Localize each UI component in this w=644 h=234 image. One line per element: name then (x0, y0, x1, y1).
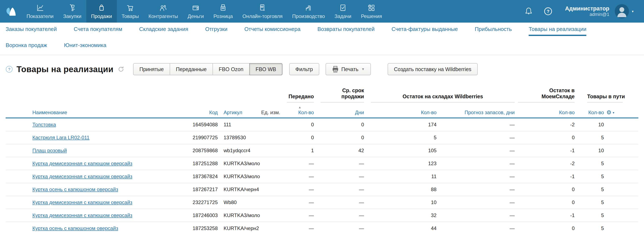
title-row: ? Товары на реализации ПринятыеПереданны… (6, 63, 638, 76)
chart-line-icon (36, 3, 44, 12)
wb-qty-cell: 105 (364, 148, 436, 153)
nav-item-tasks[interactable]: Задачи (330, 0, 356, 23)
table-row[interactable]: Куртка демисезонная с капюшом оверсайз18… (6, 170, 638, 183)
transferred-qty-cell: — (281, 161, 314, 166)
ms-qty-cell: -1 (515, 212, 575, 218)
table-row[interactable]: Куртка осень с капюшоном оверсайз1872532… (6, 222, 638, 234)
task-check-icon (339, 3, 347, 12)
tab-unit-economics[interactable]: Юнит-экономика (64, 36, 106, 55)
transit-qty-cell: 10 (575, 122, 604, 128)
column-header-transferred-qty[interactable]: ▲ Кол-во (281, 106, 314, 115)
filter-button[interactable]: Фильтр (289, 63, 319, 75)
code-cell: 187367824 (190, 174, 218, 179)
product-link[interactable]: Толстовка (32, 122, 56, 127)
code-cell: 187267217 (190, 186, 218, 192)
column-header-wb-qty[interactable]: Кол-во (364, 110, 436, 115)
top-nav: ПоказателиЗакупкиПродажиТоварыКонтрагент… (22, 0, 387, 23)
create-wb-supply-button[interactable]: Создать поставку на Wildberries (388, 63, 478, 75)
column-header-forecast[interactable]: Прогноз запасов, дни (436, 110, 515, 115)
view-filter-accepted[interactable]: Принятые (133, 63, 170, 75)
table-row[interactable]: Куртка демисезонная с капюшом оверсайз18… (6, 209, 638, 222)
ms-qty-cell: -2 (515, 161, 575, 166)
nav-item-retail[interactable]: Розница (208, 0, 238, 23)
nav-item-counterparties[interactable]: Контрагенты (144, 0, 183, 23)
topbar-right: ? Администратор admin@1 ▾ (524, 0, 644, 23)
product-link[interactable]: Куртка осень с капюшоном оверсайз (32, 225, 118, 231)
nav-item-solutions[interactable]: Решения (356, 0, 387, 23)
table-row[interactable]: Кастрюля Lara LR02-011219907725137895300… (6, 131, 638, 144)
tab-customer-invoices[interactable]: Счета покупателям (74, 23, 122, 36)
tab-sales-funnel[interactable]: Воронка продаж (6, 36, 47, 55)
gear-caret-icon: ▾ (613, 111, 614, 115)
tab-commission-reports[interactable]: Отчеты комиссионера (244, 23, 300, 36)
shopping-bag-icon (97, 3, 106, 12)
nav-item-purchases[interactable]: Закупки (58, 0, 86, 23)
column-header-transit-qty[interactable]: Кол-во (575, 110, 604, 115)
nav-item-money[interactable]: Деньги (183, 0, 209, 23)
view-filter-transferred[interactable]: Переданные (170, 63, 213, 75)
tab-customer-returns[interactable]: Возвраты покупателей (318, 23, 375, 36)
product-link[interactable]: Куртка демисезонная с капюшом оверсайз (32, 199, 132, 205)
sort-asc-icon: ▲ (298, 106, 301, 109)
group-sale-days: Ср. срок продажи (314, 87, 364, 102)
table-body: Толстовка16459408811100174—-210Кастрюля … (6, 118, 638, 234)
product-link[interactable]: Плащ розовый (32, 148, 67, 153)
column-header-article[interactable]: Артикул (218, 110, 260, 115)
tab-warehouse-tasks[interactable]: Складские задания (139, 23, 188, 36)
page-help-icon[interactable]: ? (6, 66, 13, 73)
tab-consignment-goods[interactable]: Товары на реализации (529, 23, 586, 36)
nav-item-online-trade[interactable]: Онлайн-торговля (238, 0, 287, 23)
nav-item-production[interactable]: Производство (287, 0, 330, 23)
forecast-cell: — (436, 174, 515, 179)
product-link[interactable]: Куртка демисезонная с капюшом оверсайз (32, 212, 132, 218)
help-icon[interactable]: ? (544, 7, 552, 16)
apps-gear-icon (367, 3, 376, 12)
table-row[interactable]: Куртка демисезонная с капюшом оверсайз23… (6, 196, 638, 209)
ms-qty-cell: 0 (515, 199, 575, 205)
avatar[interactable] (615, 4, 629, 19)
gear-icon: ⚙ (606, 110, 612, 115)
name-cell: Кастрюля Lara LR02-011 (32, 135, 190, 141)
table-row[interactable]: Куртка осень с капюшоном оверсайз1872672… (6, 183, 638, 196)
transit-qty-cell: 5 (575, 161, 604, 166)
tab-issued-invoices[interactable]: Счета-фактуры выданные (392, 23, 458, 36)
table-row[interactable]: Куртка демисезонная с капюшом оверсайз18… (6, 157, 638, 170)
sale-days-cell: — (314, 199, 364, 205)
nav-item-goods[interactable]: Товары (117, 0, 144, 23)
nav-item-label: Закупки (63, 13, 82, 19)
tab-customer-orders[interactable]: Заказы покупателей (6, 23, 57, 36)
table-row[interactable]: Плащ розовый208759868wb1ydqccr4142105—-1… (6, 144, 638, 157)
transit-qty-cell: 5 (575, 199, 604, 205)
user-menu-caret-icon[interactable]: ▾ (632, 10, 634, 13)
view-filter-fbo-wb[interactable]: FBO WB (249, 63, 282, 75)
product-link[interactable]: Кастрюля Lara LR02-011 (32, 135, 90, 140)
view-filter-fbo-ozon[interactable]: FBO Ozon (212, 63, 250, 75)
article-cell: KURTKA3/моло (218, 212, 260, 218)
tab-profitability[interactable]: Прибыльность (475, 23, 512, 36)
subnav-row-1: Заказы покупателейСчета покупателямСклад… (6, 23, 644, 36)
group-transit: Товары в пути (575, 93, 638, 102)
article-cell: KURTKA3/моло (218, 174, 260, 179)
column-settings-button[interactable]: ⚙ ▾ (604, 110, 638, 115)
nav-item-indicators[interactable]: Показатели (22, 0, 58, 23)
column-header-sale-days[interactable]: Дни (314, 110, 364, 115)
column-header-ms-qty[interactable]: Кол-во (515, 110, 575, 115)
sale-days-cell: 42 (314, 148, 364, 153)
print-button[interactable]: Печать ▼ (326, 63, 371, 75)
table-row[interactable]: Толстовка16459408811100174—-210 (6, 118, 638, 131)
sale-days-cell: 0 (314, 122, 364, 128)
refresh-icon[interactable] (118, 66, 124, 73)
product-link[interactable]: Куртка демисезонная с капюшом оверсайз (32, 161, 132, 166)
product-link[interactable]: Куртка демисезонная с капюшом оверсайз (32, 174, 132, 179)
nav-item-label: Задачи (334, 13, 352, 19)
column-header-name[interactable]: Наименование (32, 110, 190, 115)
product-link[interactable]: Куртка осень с капюшоном оверсайз (32, 186, 118, 192)
consignment-table: Передано Ср. срок продажи Остаток на скл… (6, 87, 638, 234)
moysklad-logo[interactable] (0, 0, 22, 23)
column-header-code[interactable]: Код (190, 110, 218, 115)
sale-days-cell: — (314, 174, 364, 179)
nav-item-sales[interactable]: Продажи (86, 0, 117, 23)
user-menu[interactable]: Администратор admin@1 (565, 6, 609, 17)
notifications-bell-icon[interactable] (524, 7, 533, 16)
tab-shipments[interactable]: Отгрузки (205, 23, 228, 36)
